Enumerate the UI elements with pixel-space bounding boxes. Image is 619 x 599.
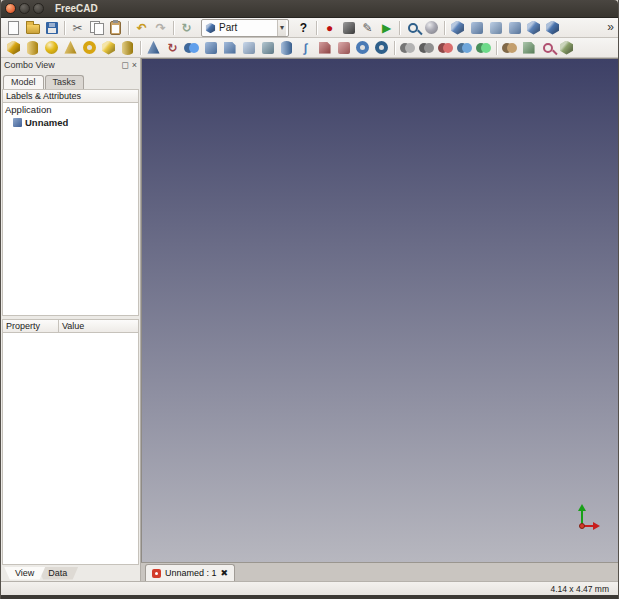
combo-view-panel: Combo View ◻ × Model Tasks Labels & Attr… — [1, 58, 141, 581]
standard-toolbar-right: ?●✎▶ — [294, 19, 562, 37]
macro-edit-icon[interactable]: ✎ — [359, 19, 377, 37]
part-chamfer-icon[interactable] — [221, 39, 239, 57]
part-union-icon[interactable] — [456, 39, 474, 57]
part-torus-icon[interactable] — [81, 39, 99, 57]
part-extrude-icon[interactable] — [145, 39, 163, 57]
toolbar-separator — [64, 21, 65, 35]
main-area: Combo View ◻ × Model Tasks Labels & Attr… — [1, 58, 618, 581]
save-document-icon[interactable] — [43, 19, 61, 37]
part-loft-icon[interactable] — [278, 39, 296, 57]
macro-record-icon[interactable]: ● — [321, 19, 339, 37]
standard-toolbar: ✂↶↷↻ Part ▾ ?●✎▶ » — [1, 18, 618, 38]
part-cut-icon[interactable] — [437, 39, 455, 57]
part-connect-icon[interactable] — [501, 39, 519, 57]
toolbar-separator — [496, 41, 497, 55]
axis-cross — [574, 496, 606, 532]
new-document-icon[interactable] — [5, 19, 23, 37]
part-thickness-icon[interactable] — [373, 39, 391, 57]
part-make-face-icon[interactable] — [240, 39, 258, 57]
workbench-cube-icon — [206, 22, 216, 33]
part-cross-sections-icon[interactable] — [335, 39, 353, 57]
view-axonometric-icon[interactable] — [544, 19, 562, 37]
float-panel-icon[interactable]: ◻ — [121, 61, 128, 70]
tree-item-document[interactable]: Unnamed — [3, 116, 138, 129]
zoom-fit-all-icon[interactable] — [404, 19, 422, 37]
part-toolbar: ↻∫ — [1, 38, 618, 58]
whats-this-icon[interactable]: ? — [295, 19, 313, 37]
close-tab-icon[interactable]: ✖ — [221, 568, 229, 578]
dimension-readout: 4.14 x 4.47 mm — [550, 584, 609, 594]
cut-icon[interactable]: ✂ — [69, 19, 87, 37]
status-bar: 4.14 x 4.47 mm — [1, 581, 618, 595]
toolbar-separator — [399, 21, 400, 35]
part-section-icon[interactable] — [316, 39, 334, 57]
open-document-icon[interactable] — [24, 19, 42, 37]
part-check-geometry-icon[interactable] — [539, 39, 557, 57]
close-panel-icon[interactable]: × — [132, 61, 137, 70]
document-tab[interactable]: Unnamed : 1 ✖ — [145, 564, 235, 581]
maximize-window-button[interactable] — [33, 3, 44, 14]
tree-header: Labels & Attributes — [2, 89, 139, 103]
redo-icon[interactable]: ↷ — [152, 19, 170, 37]
minimize-window-button[interactable] — [19, 3, 30, 14]
window-bottom-edge — [1, 595, 618, 599]
view-front-icon[interactable] — [468, 19, 486, 37]
combo-view-title: Combo View — [4, 60, 118, 70]
freecad-window: FreeCAD ✂↶↷↻ Part ▾ ?●✎▶ » ↻∫ Combo View… — [0, 0, 619, 599]
combo-view-header: Combo View ◻ × — [1, 58, 140, 72]
model-tree: Application Unnamed — [2, 103, 139, 316]
copy-icon[interactable] — [88, 19, 106, 37]
part-box-icon[interactable] — [5, 39, 23, 57]
view-isometric-icon[interactable] — [449, 19, 467, 37]
view-top-icon[interactable] — [487, 19, 505, 37]
tab-view[interactable]: View — [4, 567, 45, 580]
close-window-button[interactable] — [5, 3, 16, 14]
part-intersection-icon[interactable] — [475, 39, 493, 57]
part-cylinder-icon[interactable] — [24, 39, 42, 57]
part-sweep-icon[interactable]: ∫ — [297, 39, 315, 57]
part-defeaturing-icon[interactable] — [558, 39, 576, 57]
part-mirror-icon[interactable] — [183, 39, 201, 57]
viewport-wrap: Unnamed : 1 ✖ — [141, 58, 618, 581]
part-primitives-icon[interactable] — [100, 39, 118, 57]
part-compound-icon[interactable] — [399, 39, 417, 57]
property-table-header: Property Value — [2, 319, 139, 333]
toolbar-separator — [140, 41, 141, 55]
property-table-body[interactable] — [2, 333, 139, 565]
part-split-icon[interactable] — [520, 39, 538, 57]
toolbar-separator — [316, 21, 317, 35]
part-boolean-icon[interactable] — [418, 39, 436, 57]
property-column-header: Property — [3, 320, 59, 332]
part-offset-icon[interactable] — [354, 39, 372, 57]
part-revolve-icon[interactable]: ↻ — [164, 39, 182, 57]
workbench-selector[interactable]: Part ▾ — [201, 19, 289, 37]
toolbar-overflow-icon[interactable]: » — [607, 20, 614, 34]
part-shape-builder-icon[interactable] — [119, 39, 137, 57]
draw-style-icon[interactable] — [423, 19, 441, 37]
window-title: FreeCAD — [55, 3, 98, 14]
part-toolbar-items: ↻∫ — [4, 39, 576, 57]
value-column-header: Value — [59, 320, 138, 332]
refresh-icon[interactable]: ↻ — [178, 19, 196, 37]
chevron-down-icon[interactable]: ▾ — [277, 20, 286, 36]
document-tab-label: Unnamed : 1 — [165, 568, 217, 578]
part-cone-icon[interactable] — [62, 39, 80, 57]
part-ruled-surface-icon[interactable] — [259, 39, 277, 57]
part-fillet-icon[interactable] — [202, 39, 220, 57]
part-sphere-icon[interactable] — [43, 39, 61, 57]
tab-model[interactable]: Model — [3, 75, 44, 89]
paste-icon[interactable] — [107, 19, 125, 37]
titlebar[interactable]: FreeCAD — [1, 0, 618, 18]
3d-viewport[interactable] — [141, 58, 618, 562]
workbench-selector-value: Part — [217, 22, 277, 33]
view-right-icon[interactable] — [506, 19, 524, 37]
undo-icon[interactable]: ↶ — [133, 19, 151, 37]
tab-tasks[interactable]: Tasks — [45, 75, 84, 89]
macro-stop-icon[interactable] — [340, 19, 358, 37]
combo-view-tabs: Model Tasks — [1, 72, 140, 89]
macro-execute-icon[interactable]: ▶ — [378, 19, 396, 37]
view-rear-icon[interactable] — [525, 19, 543, 37]
tree-item-application[interactable]: Application — [3, 103, 138, 116]
freecad-document-icon — [152, 569, 161, 578]
standard-toolbar-left: ✂↶↷↻ — [4, 19, 196, 37]
